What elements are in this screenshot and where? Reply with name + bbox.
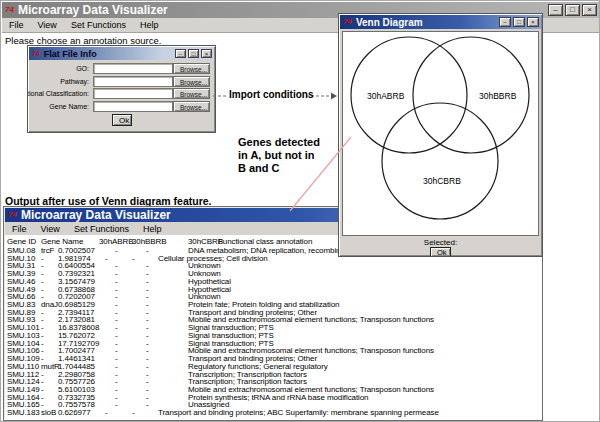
app-icon: 74 xyxy=(5,6,14,14)
minimize-button[interactable]: – xyxy=(548,4,563,16)
field-input[interactable] xyxy=(93,88,173,99)
table-window-title: Microarray Data Visualizer xyxy=(21,208,171,222)
menu-item-set-functions[interactable]: Set Functions xyxy=(67,224,136,234)
maximize-button[interactable]: □ xyxy=(188,49,199,58)
annotation-cell: Transport and binding proteins; ABC Supe… xyxy=(158,409,439,417)
close-button[interactable]: × xyxy=(527,17,539,27)
field-input[interactable] xyxy=(93,76,173,87)
field-input[interactable] xyxy=(93,63,173,74)
value-a-cell: 0.626977 xyxy=(58,409,91,417)
venn-window: 74 Venn Diagram –□× 30hABRB 30hBBRB 30hC… xyxy=(338,13,543,257)
table-row[interactable]: SMU.183sloB0.626977--Transport and bindi… xyxy=(5,409,541,417)
browse-button[interactable]: Browse... xyxy=(173,101,210,112)
column-header[interactable]: Gene Name xyxy=(41,238,83,246)
gene-id-cell: SMU.183 xyxy=(7,409,40,417)
venn-selected-label: Selected: xyxy=(339,238,542,247)
import-conditions-label: Import conditions xyxy=(229,89,313,100)
field-label: Gene Name: xyxy=(49,103,89,110)
flat-file-ok-button[interactable]: Ok xyxy=(112,114,132,126)
browse-button[interactable]: Browse... xyxy=(173,88,210,99)
column-header[interactable]: 30hABRB xyxy=(99,238,133,246)
venn-label-c: 30hCBRB xyxy=(423,176,461,186)
minimize-button[interactable]: – xyxy=(175,49,186,58)
flat-file-dialog-controls: –□× xyxy=(175,49,212,58)
venn-label-a: 30hABRB xyxy=(367,91,405,101)
close-button[interactable]: × xyxy=(201,49,212,58)
venn-ok-button[interactable]: Ok xyxy=(430,247,451,257)
field-label: GO: xyxy=(76,65,89,72)
venn-diagram: 30hABRB 30hBBRB 30hCBRB xyxy=(343,32,538,235)
app-icon: 74 xyxy=(32,50,40,58)
menu-item-set-functions[interactable]: Set Functions xyxy=(64,20,133,30)
menu-item-view[interactable]: View xyxy=(34,224,67,234)
main-window-controls: –□× xyxy=(548,4,597,16)
dialog-field-row: Pathway:Browse... xyxy=(28,76,215,87)
venn-window-controls: –□× xyxy=(499,17,539,27)
dialog-field-row: Gene Name:Browse... xyxy=(28,101,215,112)
venn-label-b: 30hBBRB xyxy=(479,91,517,101)
field-label: Functional Classification: xyxy=(27,90,89,97)
column-header[interactable]: 30hBBRB xyxy=(132,238,166,246)
flat-file-dialog-titlebar[interactable]: 74 Flat File Info –□× xyxy=(29,47,214,60)
browse-button[interactable]: Browse... xyxy=(173,63,210,74)
column-header[interactable]: Gene ID xyxy=(7,238,36,246)
screenshot-root: 74 Microarray Data Visualizer –□× FileVi… xyxy=(0,0,600,422)
maximize-button[interactable]: □ xyxy=(513,17,525,27)
dialog-field-row: Functional Classification:Browse... xyxy=(28,88,215,99)
flat-file-info-dialog: 74 Flat File Info –□× GO:Browse...Pathwa… xyxy=(27,45,216,133)
menu-item-file[interactable]: File xyxy=(2,20,31,30)
value-c-cell: - xyxy=(132,409,135,417)
flat-file-dialog-title: Flat File Info xyxy=(44,49,97,59)
venn-note-text: Genes detected in A, but not in B and C xyxy=(238,136,320,175)
close-button[interactable]: × xyxy=(582,4,597,16)
import-arrowhead-icon xyxy=(331,93,337,100)
field-input[interactable] xyxy=(93,101,173,112)
menu-item-help[interactable]: Help xyxy=(133,20,166,30)
gene-name-cell: sloB xyxy=(41,409,56,417)
app-icon: 74 xyxy=(343,18,352,26)
venn-window-title: Venn Diagram xyxy=(356,17,423,28)
venn-window-titlebar[interactable]: 74 Venn Diagram –□× xyxy=(340,15,541,29)
minimize-button[interactable]: – xyxy=(499,17,511,27)
gene-table: Gene IDGene Name30hABRB30hBBRB30hCBRBFun… xyxy=(5,235,541,419)
dialog-field-row: GO:Browse... xyxy=(28,63,215,74)
main-window-title: Microarray Data Visualizer xyxy=(18,3,168,17)
field-label: Pathway: xyxy=(60,78,89,85)
venn-canvas: 30hABRB 30hBBRB 30hCBRB xyxy=(342,31,539,236)
venn-circle-c[interactable] xyxy=(382,103,498,219)
menu-item-help[interactable]: Help xyxy=(136,224,169,234)
column-header[interactable]: Functional class annotation xyxy=(218,238,312,246)
menu-item-file[interactable]: File xyxy=(5,224,34,234)
menu-item-view[interactable]: View xyxy=(31,20,64,30)
maximize-button[interactable]: □ xyxy=(565,4,580,16)
app-icon: 74 xyxy=(8,211,17,219)
value-b-cell: - xyxy=(105,409,108,417)
browse-button[interactable]: Browse... xyxy=(173,76,210,87)
